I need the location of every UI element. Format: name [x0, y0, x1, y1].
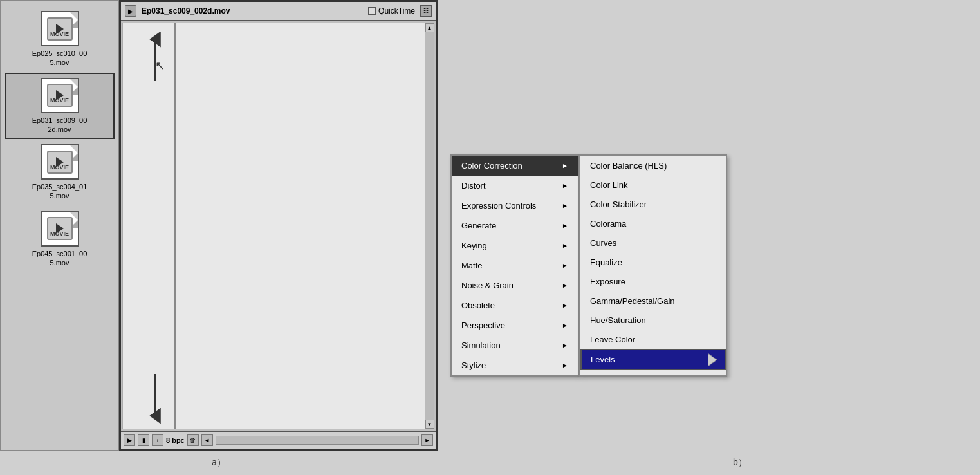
- menu-label-color-balance-hls: Color Balance (HLS): [590, 161, 667, 171]
- panel-a: MOVIE Ep025_sc010_005.mov MOVIE Ep031_sc…: [0, 0, 438, 451]
- panel-a-label: a）: [0, 457, 438, 469]
- submenu-arrow-keying: ►: [562, 242, 568, 249]
- secondary-menu: Color Balance (HLS) Color Link Color Sta…: [579, 154, 727, 377]
- file-sidebar: MOVIE Ep025_sc010_005.mov MOVIE Ep031_sc…: [0, 0, 119, 451]
- scrollbar-right[interactable]: ▲ ▼: [425, 23, 434, 429]
- viewer-title: Ep031_sc009_002d.mov: [142, 6, 363, 15]
- menu-item-noise-grain[interactable]: Noise & Grain ►: [452, 275, 578, 295]
- scroll-up-arrow[interactable]: ▲: [425, 23, 434, 32]
- menu-label-color-correction: Color Correction: [461, 161, 522, 171]
- panel-b: Color Correction ► Distort ► Expression …: [450, 154, 727, 377]
- qt-badge: QuickTime: [368, 6, 415, 15]
- file-icon-3: MOVIE: [41, 144, 79, 180]
- file-item-2[interactable]: MOVIE Ep031_sc009_002d.mov: [5, 73, 115, 140]
- menu-label-colorama: Colorama: [590, 219, 626, 228]
- file-item-1[interactable]: MOVIE Ep025_sc010_005.mov: [5, 6, 115, 73]
- menu-item-simulation[interactable]: Simulation ►: [452, 335, 578, 355]
- menu-item-color-stabilizer[interactable]: Color Stabilizer: [580, 194, 726, 214]
- file-icon-1: MOVIE: [41, 11, 79, 46]
- info-icon[interactable]: i: [152, 434, 163, 446]
- submenu-arrow-noise-grain: ►: [562, 282, 568, 289]
- menu-item-gamma-pedestal-gain[interactable]: Gamma/Pedestal/Gain: [580, 291, 726, 310]
- movie-icon-1: MOVIE: [47, 17, 73, 41]
- menu-label-hue-saturation: Hue/Saturation: [590, 315, 646, 325]
- menu-label-color-link: Color Link: [590, 180, 628, 190]
- viewer-titlebar: ▶ Ep031_sc009_002d.mov QuickTime ☷: [121, 2, 436, 21]
- viewer-bottom-bar: ▶ ▮ i 8 bpc 🗑 ◄ ►: [121, 431, 436, 449]
- menu-item-stylize[interactable]: Stylize ►: [452, 355, 578, 375]
- menu-label-noise-grain: Noise & Grain: [461, 281, 513, 290]
- menu-label-obsolete: Obsolete: [461, 301, 495, 310]
- scroll-down-arrow[interactable]: ▼: [425, 420, 434, 429]
- viewer-content-area: ↖ ▲ ▼: [122, 23, 434, 429]
- viewer-icon: ▶: [125, 5, 136, 17]
- menu-label-expression-controls: Expression Controls: [461, 201, 536, 210]
- cursor-icon: ↖: [155, 59, 165, 73]
- menu-item-hue-saturation[interactable]: Hue/Saturation: [580, 310, 726, 330]
- menu-item-leave-color[interactable]: Leave Color: [580, 330, 726, 349]
- file-item-4[interactable]: MOVIE Ep045_sc001_005.mov: [5, 206, 115, 273]
- viewer-divider: [174, 23, 176, 429]
- menu-item-curves[interactable]: Curves: [580, 233, 726, 252]
- submenu-arrow-simulation: ►: [562, 342, 568, 349]
- menu-item-color-link[interactable]: Color Link: [580, 175, 726, 194]
- file-icon-4: MOVIE: [41, 211, 79, 247]
- movie-icon-3: MOVIE: [47, 151, 73, 174]
- viewer-main: ↖: [123, 23, 425, 429]
- menu-label-curves: Curves: [590, 238, 616, 248]
- cursor-pointer-icon: [708, 353, 721, 366]
- menu-label-generate: Generate: [461, 221, 496, 230]
- grid-icon[interactable]: ☷: [420, 5, 432, 17]
- menu-item-equalize[interactable]: Equalize: [580, 252, 726, 272]
- menu-label-color-stabilizer: Color Stabilizer: [590, 200, 647, 209]
- movie-icon-2: MOVIE: [47, 84, 73, 107]
- menu-item-perspective[interactable]: Perspective ►: [452, 315, 578, 335]
- submenu-arrow-matte: ►: [562, 262, 568, 269]
- viewer-panel: ▶ Ep031_sc009_002d.mov QuickTime ☷: [119, 0, 438, 451]
- menu-item-colorama[interactable]: Colorama: [580, 214, 726, 233]
- menu-item-levels[interactable]: Levels: [580, 349, 726, 370]
- menu-label-keying: Keying: [461, 241, 487, 250]
- menu-label-levels: Levels: [591, 355, 615, 364]
- monitor-icon[interactable]: ▶: [124, 434, 135, 446]
- submenu-arrow-generate: ►: [562, 222, 568, 229]
- bpc-label: 8 bpc: [166, 436, 185, 444]
- menu-label-matte: Matte: [461, 261, 483, 270]
- menu-label-leave-color: Leave Color: [590, 335, 635, 344]
- menu-item-obsolete[interactable]: Obsolete ►: [452, 295, 578, 315]
- timeline-scrollbar[interactable]: [216, 436, 419, 445]
- submenu-arrow-obsolete: ►: [562, 302, 568, 309]
- submenu-arrow-distort: ►: [562, 182, 568, 189]
- submenu-arrow-stylize: ►: [562, 362, 568, 369]
- file-name-3: Ep035_sc004_015.mov: [32, 182, 88, 201]
- folder-icon[interactable]: ▮: [138, 434, 149, 446]
- svg-marker-4: [708, 353, 717, 366]
- qt-checkbox[interactable]: [368, 7, 376, 15]
- menu-item-matte[interactable]: Matte ►: [452, 256, 578, 275]
- menu-label-distort: Distort: [461, 181, 486, 191]
- menu-item-expression-controls[interactable]: Expression Controls ►: [452, 196, 578, 216]
- menu-item-color-correction[interactable]: Color Correction ►: [452, 156, 578, 176]
- prev-frame-icon[interactable]: ◄: [201, 434, 213, 446]
- primary-menu: Color Correction ► Distort ► Expression …: [450, 154, 579, 377]
- submenu-arrow-expression-controls: ►: [562, 202, 568, 209]
- menu-item-distort[interactable]: Distort ►: [452, 176, 578, 196]
- trash-icon[interactable]: 🗑: [187, 434, 199, 446]
- menu-item-generate[interactable]: Generate ►: [452, 216, 578, 236]
- menu-label-simulation: Simulation: [461, 340, 501, 350]
- menu-label-gamma-pedestal-gain: Gamma/Pedestal/Gain: [590, 296, 675, 306]
- menu-label-exposure: Exposure: [590, 277, 625, 286]
- file-item-3[interactable]: MOVIE Ep035_sc004_015.mov: [5, 139, 115, 206]
- menu-label-stylize: Stylize: [461, 360, 486, 370]
- file-name-2: Ep031_sc009_002d.mov: [32, 116, 88, 135]
- arrow-down-icon: [136, 371, 174, 422]
- menu-item-color-balance-hls[interactable]: Color Balance (HLS): [580, 156, 726, 175]
- file-icon-2: MOVIE: [41, 78, 79, 113]
- menu-label-perspective: Perspective: [461, 321, 505, 330]
- file-name-1: Ep025_sc010_005.mov: [32, 49, 88, 68]
- qt-label: QuickTime: [378, 6, 415, 15]
- menu-item-keying[interactable]: Keying ►: [452, 236, 578, 256]
- next-frame-icon[interactable]: ►: [421, 434, 433, 446]
- panel-b-label: b）: [547, 457, 933, 469]
- menu-item-exposure[interactable]: Exposure: [580, 272, 726, 291]
